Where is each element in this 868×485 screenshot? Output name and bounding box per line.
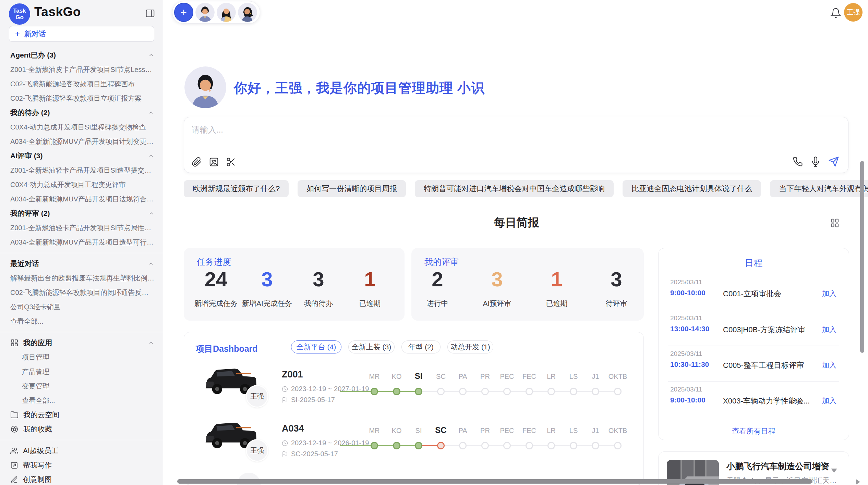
sidebar-group-my-review[interactable]: 我的评审 (2) xyxy=(0,206,163,221)
milestone-node[interactable] xyxy=(437,388,445,395)
milestone-node[interactable] xyxy=(481,388,489,395)
app-item-project-mgmt[interactable]: 项目管理 xyxy=(0,350,163,364)
milestone-node[interactable] xyxy=(614,388,622,395)
milestone-node-done[interactable] xyxy=(415,388,422,395)
project-row[interactable]: 王强 Z001 2023-12-19 ~ 2027-01-19 SI-2025-… xyxy=(184,360,644,414)
chevron-up-icon[interactable] xyxy=(148,210,154,216)
sidebar-item[interactable]: Z001-全新燃油轻卡产品开发项目SI造型提交物评审 xyxy=(0,163,163,177)
attachment-icon[interactable] xyxy=(192,157,202,167)
sidebar-group-my-todo[interactable]: 我的待办 (2) xyxy=(0,105,163,120)
suggestion-chip[interactable]: 如何写一份清晰的项目周报 xyxy=(298,180,406,197)
milestone-node[interactable] xyxy=(592,388,599,395)
milestone-node[interactable] xyxy=(503,388,511,395)
new-chat-button[interactable]: 新对话 xyxy=(9,26,154,42)
recent-chat-item[interactable]: 解释最新出台的欧盟报废车法规再生塑料比例被调至15%... xyxy=(0,271,163,285)
sidebar-item[interactable]: C02-飞腾新能源轻客改款项目立项汇报方案 xyxy=(0,91,163,105)
chevron-up-icon[interactable] xyxy=(148,261,154,267)
tab-all-new-platform[interactable]: 全新平台 (4) xyxy=(291,340,341,353)
milestone-node-done[interactable] xyxy=(415,442,422,449)
send-icon[interactable] xyxy=(828,156,839,167)
chevron-up-icon[interactable] xyxy=(148,153,154,159)
event-date: 2025/03/11 xyxy=(670,278,702,286)
join-link[interactable]: 加入 xyxy=(822,325,836,334)
tab-new-top[interactable]: 全新上装 (3) xyxy=(348,340,395,353)
milestone-node-done[interactable] xyxy=(371,388,378,395)
milestone-node[interactable] xyxy=(547,442,555,449)
milestone-node-done[interactable] xyxy=(371,442,378,449)
my-review-card: 我的评审 2 进行中 3 AI预评审 1 已逾期 3 待评审 xyxy=(411,248,644,321)
project-row[interactable]: 王强 A034 2023-12-19 ~ 2026-01-19 SC-2025-… xyxy=(184,414,644,468)
sidebar-item[interactable]: A034-全新新能源MUV产品开发项目法规符合性评审 xyxy=(0,192,163,206)
join-link[interactable]: 加入 xyxy=(822,360,836,370)
sidebar-item-ai-super-staff[interactable]: AI超级员工 xyxy=(0,444,163,458)
collapse-sidebar-icon[interactable] xyxy=(145,8,155,18)
sidebar-item[interactable]: C0X4-动力总成开发项目工程变更评审 xyxy=(0,177,163,192)
milestone-node-alert[interactable] xyxy=(437,442,445,449)
join-link[interactable]: 加入 xyxy=(822,396,836,406)
suggestion-chip[interactable]: 比亚迪全固态电池计划具体说了什么 xyxy=(623,180,761,197)
sidebar-item[interactable]: Z001-全新燃油轻卡产品开发项目SI节点属性5D文件评审 xyxy=(0,221,163,235)
scissors-icon[interactable] xyxy=(226,157,236,167)
milestone-node[interactable] xyxy=(481,442,489,449)
vertical-scrollbar[interactable] xyxy=(860,161,864,353)
phone-icon[interactable] xyxy=(793,157,803,167)
sidebar-item[interactable]: C02-飞腾新能源轻客改款项目里程碑画布 xyxy=(0,77,163,91)
suggestion-chip[interactable]: 特朗普可能对进口汽车增税会对中国车企造成哪些影响 xyxy=(415,180,614,197)
milestone-node[interactable] xyxy=(459,442,467,449)
milestone-label: OKTB xyxy=(602,373,633,381)
tab-powertrain-dev[interactable]: 动总开发 (1) xyxy=(447,340,493,353)
layout-grid-icon[interactable] xyxy=(830,218,840,228)
sidebar-item-my-apps[interactable]: 我的应用 xyxy=(0,336,163,350)
agent-avatar-2[interactable] xyxy=(217,3,236,22)
horizontal-scrollbar[interactable] xyxy=(177,479,812,484)
sidebar-group-ai-review[interactable]: AI评审 (3) xyxy=(0,149,163,163)
suggestion-chip[interactable]: 欧洲新规最近颁布了什么? xyxy=(184,180,289,197)
scroll-right-arrow[interactable] xyxy=(856,479,860,485)
sidebar-item-creative-draw[interactable]: 创意制图 xyxy=(0,472,163,485)
milestone-node[interactable] xyxy=(459,388,467,395)
sidebar-item[interactable]: A034-全新新能源MUV产品开发项目计划变更表编写 xyxy=(0,134,163,149)
agent-avatar-1[interactable] xyxy=(195,3,215,22)
suggestion-chip[interactable]: 当下年轻人对汽车外观有怎样的喜好趋势 xyxy=(770,180,868,197)
milestone-node-done[interactable] xyxy=(393,388,400,395)
milestone-node[interactable] xyxy=(547,388,555,395)
sidebar-item[interactable]: Z001-全新燃油皮卡产品开发项目SI节点Lesson Learn报告 xyxy=(0,62,163,77)
notification-bell-icon[interactable] xyxy=(830,8,841,18)
app-item-view-all[interactable]: 查看全部... xyxy=(0,393,163,408)
milestone-node-done[interactable] xyxy=(393,442,400,449)
milestone-node[interactable] xyxy=(592,442,599,449)
milestone-node[interactable] xyxy=(614,442,622,449)
schedule-event: 2025/03/11 13:00-14:30 C003|H0B-方案冻结评审 加… xyxy=(668,310,839,346)
chat-input[interactable] xyxy=(191,122,705,138)
user-avatar[interactable]: 王强 xyxy=(844,3,863,22)
chevron-up-icon[interactable] xyxy=(148,340,154,346)
sidebar-item[interactable]: C0X4-动力总成开发项目SI里程碑提交物检查 xyxy=(0,120,163,134)
app-item-product-mgmt[interactable]: 产品管理 xyxy=(0,364,163,379)
sidebar-item-favorites[interactable]: 我的收藏 xyxy=(0,422,163,436)
scroll-down-arrow[interactable] xyxy=(831,469,837,473)
milestone-node[interactable] xyxy=(503,442,511,449)
app-item-change-mgmt[interactable]: 变更管理 xyxy=(0,379,163,393)
milestone-node[interactable] xyxy=(570,442,577,449)
add-agent-button[interactable] xyxy=(174,3,193,22)
milestone-node[interactable] xyxy=(570,388,577,395)
sidebar-group-recent-chats[interactable]: 最近对话 xyxy=(0,257,163,271)
chevron-up-icon[interactable] xyxy=(148,52,154,58)
recent-chat-item[interactable]: 公司Q3轻卡销量 xyxy=(0,300,163,314)
divider xyxy=(0,440,163,440)
image-icon[interactable] xyxy=(209,157,219,167)
microphone-icon[interactable] xyxy=(810,157,821,167)
agent-avatar-3[interactable] xyxy=(238,3,257,22)
view-all-schedule-link[interactable]: 查看所有日程 xyxy=(659,426,849,436)
tab-year-model[interactable]: 年型 (2) xyxy=(401,340,441,353)
join-link[interactable]: 加入 xyxy=(822,289,836,298)
recent-chat-item[interactable]: C02-飞腾新能源轻客改款项目的闭环通告反馈情况 xyxy=(0,285,163,300)
sidebar-item-cloud-space[interactable]: 我的云空间 xyxy=(0,408,163,422)
chevron-up-icon[interactable] xyxy=(148,110,154,116)
milestone-node[interactable] xyxy=(526,442,533,449)
sidebar-group-agent-done[interactable]: Agent已办 (3) xyxy=(0,48,163,62)
sidebar-item-help-write[interactable]: 帮我写作 xyxy=(0,458,163,472)
milestone-node[interactable] xyxy=(526,388,533,395)
sidebar-item[interactable]: A034-全新新能源MUV产品开发项目造型可行性评审 xyxy=(0,235,163,249)
recent-chat-view-all[interactable]: 查看全部... xyxy=(0,314,163,328)
